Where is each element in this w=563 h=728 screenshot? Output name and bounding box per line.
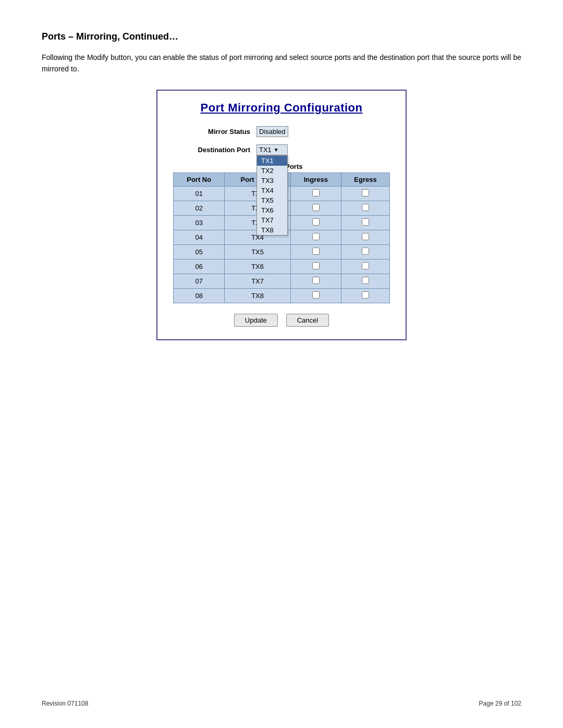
port-no-cell: 07 (174, 274, 225, 288)
dest-port-value: TX1 (259, 146, 272, 154)
ingress-checkbox-04[interactable] (312, 233, 320, 240)
table-row: 08TX8 (174, 288, 390, 303)
buttons-row: Update Cancel (173, 314, 390, 327)
ingress-cell (290, 230, 341, 244)
table-row: 06TX6 (174, 259, 390, 274)
destination-port-dropdown: TX1 TX2 TX3 TX4 TX5 TX6 TX7 TX8 (256, 155, 288, 236)
config-panel: Port Mirroring Configuration Mirror Stat… (156, 90, 407, 340)
egress-cell (341, 230, 390, 244)
ingress-cell (290, 288, 341, 303)
ingress-cell (290, 244, 341, 259)
ingress-cell (290, 201, 341, 215)
egress-cell (341, 274, 390, 288)
cancel-button[interactable]: Cancel (286, 314, 329, 327)
egress-cell (341, 244, 390, 259)
page-footer: Revision 071108 Page 29 of 102 (42, 700, 521, 707)
ingress-cell (290, 215, 341, 230)
ingress-checkbox-02[interactable] (312, 204, 320, 211)
page-info: Page 29 of 102 (479, 700, 521, 707)
dropdown-option-tx6[interactable]: TX6 (257, 205, 287, 215)
egress-checkbox-01[interactable] (362, 189, 369, 196)
ingress-checkbox-01[interactable] (312, 189, 320, 196)
description-text: Following the Modify button, you can ena… (42, 52, 521, 75)
mirror-status-select[interactable]: Disabled Enabled (256, 126, 288, 137)
egress-checkbox-05[interactable] (362, 248, 369, 255)
destination-port-wrapper[interactable]: TX1 ▼ TX1 TX2 TX3 TX4 TX5 TX6 TX7 TX8 (256, 144, 288, 155)
ingress-checkbox-08[interactable] (312, 291, 320, 299)
egress-checkbox-07[interactable] (362, 277, 369, 284)
port-name-cell: TX7 (225, 274, 290, 288)
ingress-checkbox-06[interactable] (312, 262, 320, 269)
dropdown-option-tx8[interactable]: TX8 (257, 225, 287, 235)
egress-cell (341, 259, 390, 274)
port-name-cell: TX6 (225, 259, 290, 274)
panel-title: Port Mirroring Configuration (173, 101, 390, 115)
table-row: 07TX7 (174, 274, 390, 288)
ingress-checkbox-07[interactable] (312, 277, 320, 284)
destination-port-display[interactable]: TX1 ▼ (256, 144, 288, 155)
egress-checkbox-06[interactable] (362, 262, 369, 269)
egress-checkbox-03[interactable] (362, 218, 369, 226)
egress-cell (341, 215, 390, 230)
dropdown-option-tx7[interactable]: TX7 (257, 215, 287, 225)
egress-checkbox-02[interactable] (362, 204, 369, 211)
port-name-cell: TX5 (225, 244, 290, 259)
dropdown-option-tx4[interactable]: TX4 (257, 186, 287, 195)
col-egress: Egress (341, 172, 390, 186)
section-title: Ports – Mirroring, Continued… (42, 31, 521, 42)
destination-port-row: Destination Port TX1 ▼ TX1 TX2 TX3 TX4 T… (173, 144, 390, 155)
egress-cell (341, 288, 390, 303)
table-row: 05TX5 (174, 244, 390, 259)
ingress-cell (290, 186, 341, 201)
egress-cell (341, 186, 390, 201)
ingress-checkbox-03[interactable] (312, 218, 320, 226)
dropdown-option-tx5[interactable]: TX5 (257, 195, 287, 205)
mirror-status-row: Mirror Status Disabled Enabled (173, 126, 390, 137)
egress-checkbox-04[interactable] (362, 233, 369, 240)
port-no-cell: 08 (174, 288, 225, 303)
port-no-cell: 04 (174, 230, 225, 244)
port-no-cell: 06 (174, 259, 225, 274)
destination-port-label: Destination Port (173, 146, 256, 154)
chevron-down-icon: ▼ (274, 147, 279, 153)
ingress-checkbox-05[interactable] (312, 248, 320, 255)
ingress-cell (290, 274, 341, 288)
update-button[interactable]: Update (234, 314, 278, 327)
col-ingress: Ingress (290, 172, 341, 186)
dropdown-option-tx2[interactable]: TX2 (257, 166, 287, 176)
dropdown-option-tx1[interactable]: TX1 (257, 156, 287, 166)
ingress-cell (290, 259, 341, 274)
dropdown-option-tx3[interactable]: TX3 (257, 176, 287, 186)
egress-cell (341, 201, 390, 215)
port-no-cell: 03 (174, 215, 225, 230)
egress-checkbox-08[interactable] (362, 291, 369, 299)
port-name-cell: TX8 (225, 288, 290, 303)
port-no-cell: 05 (174, 244, 225, 259)
port-no-cell: 01 (174, 186, 225, 201)
col-port-no: Port No (174, 172, 225, 186)
port-no-cell: 02 (174, 201, 225, 215)
revision-text: Revision 071108 (42, 700, 88, 707)
mirror-status-label: Mirror Status (173, 128, 256, 135)
